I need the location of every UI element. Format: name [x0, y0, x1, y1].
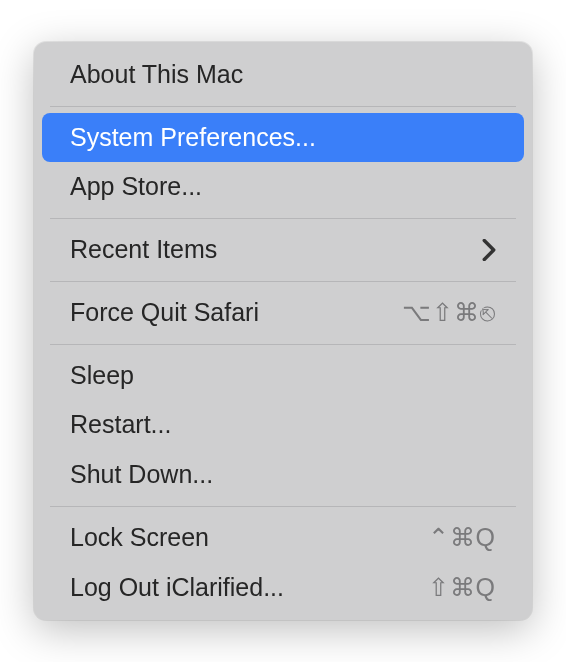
- menu-item-label: Recent Items: [70, 233, 482, 267]
- keyboard-shortcut: ⌥⇧⌘⎋: [402, 296, 496, 330]
- menu-item-label: Restart...: [70, 408, 496, 442]
- keyboard-shortcut: ⇧⌘Q: [428, 571, 496, 605]
- menu-item-log-out[interactable]: Log Out iClarified... ⇧⌘Q: [42, 563, 524, 613]
- menu-item-label: Sleep: [70, 359, 496, 393]
- menu-divider: [50, 106, 516, 107]
- menu-item-system-preferences[interactable]: System Preferences...: [42, 113, 524, 163]
- chevron-right-icon: [482, 239, 496, 261]
- menu-item-label: About This Mac: [70, 58, 496, 92]
- menu-item-label: Log Out iClarified...: [70, 571, 428, 605]
- menu-item-label: Force Quit Safari: [70, 296, 402, 330]
- menu-divider: [50, 281, 516, 282]
- apple-menu: About This Mac System Preferences... App…: [34, 42, 532, 621]
- menu-item-shut-down[interactable]: Shut Down...: [42, 450, 524, 500]
- menu-item-label: Shut Down...: [70, 458, 496, 492]
- menu-divider: [50, 218, 516, 219]
- menu-item-lock-screen[interactable]: Lock Screen ⌃⌘Q: [42, 513, 524, 563]
- menu-item-label: Lock Screen: [70, 521, 428, 555]
- menu-item-sleep[interactable]: Sleep: [42, 351, 524, 401]
- menu-item-label: App Store...: [70, 170, 496, 204]
- menu-item-about-this-mac[interactable]: About This Mac: [42, 50, 524, 100]
- keyboard-shortcut: ⌃⌘Q: [428, 521, 496, 555]
- menu-item-restart[interactable]: Restart...: [42, 400, 524, 450]
- menu-divider: [50, 506, 516, 507]
- menu-item-label: System Preferences...: [70, 121, 496, 155]
- menu-item-force-quit[interactable]: Force Quit Safari ⌥⇧⌘⎋: [42, 288, 524, 338]
- menu-item-recent-items[interactable]: Recent Items: [42, 225, 524, 275]
- menu-divider: [50, 344, 516, 345]
- menu-item-app-store[interactable]: App Store...: [42, 162, 524, 212]
